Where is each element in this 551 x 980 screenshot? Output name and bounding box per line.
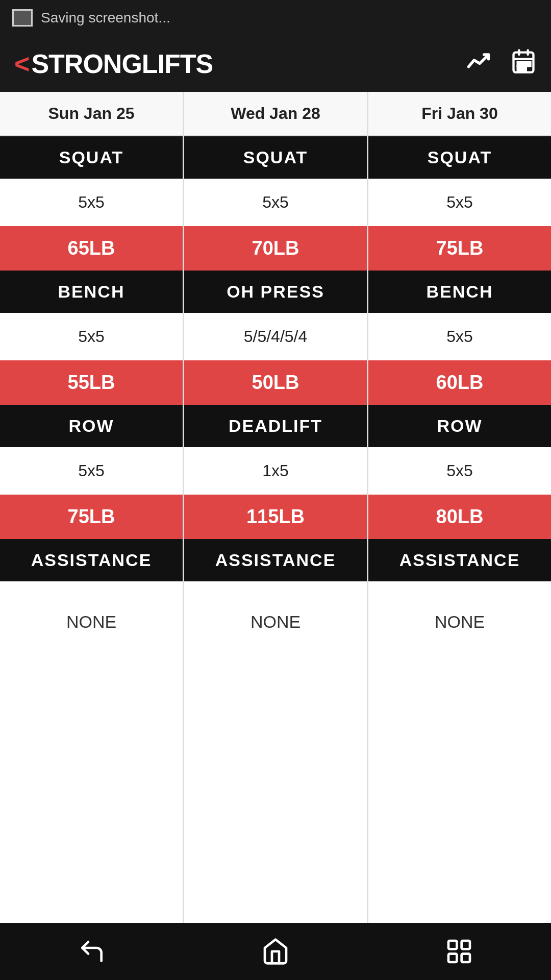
assistance-value-0: NONE	[0, 581, 183, 923]
app-title-text: STRONGLIFTS	[31, 48, 213, 79]
trend-icon[interactable]	[465, 48, 492, 80]
assistance-label-2[interactable]: ASSISTANCE	[368, 539, 551, 581]
home-button[interactable]	[255, 931, 296, 972]
exercise-name-1-2[interactable]: DEADLIFT	[184, 405, 367, 447]
exercise-sets-0-2: 5x5	[0, 447, 183, 495]
exercise-weight-2-2[interactable]: 80LB	[368, 495, 551, 539]
workout-col-2: SQUAT 5x5 75LB BENCH 5x5 60LB ROW 5x5 80…	[368, 136, 551, 923]
day-headers: Sun Jan 25 Wed Jan 28 Fri Jan 30	[0, 92, 551, 136]
exercise-name-2-2[interactable]: ROW	[368, 405, 551, 447]
exercise-name-0-0[interactable]: SQUAT	[0, 136, 183, 179]
exercise-sets-2-2: 5x5	[368, 447, 551, 495]
exercise-name-2-1[interactable]: BENCH	[368, 271, 551, 313]
exercise-weight-1-2[interactable]: 115LB	[184, 495, 367, 539]
exercise-weight-0-0[interactable]: 65LB	[0, 226, 183, 271]
exercise-weight-2-0[interactable]: 75LB	[368, 226, 551, 271]
workout-col-1: SQUAT 5x5 70LB OH PRESS 5/5/4/5/4 50LB D…	[184, 136, 368, 923]
assistance-value-1: NONE	[184, 581, 367, 923]
svg-rect-7	[518, 67, 521, 70]
screenshot-icon	[12, 9, 33, 27]
back-button[interactable]	[71, 931, 112, 972]
svg-rect-5	[522, 62, 526, 66]
exercise-sets-1-1: 5/5/4/5/4	[184, 313, 367, 360]
chevron-icon: <	[14, 48, 29, 79]
exercise-name-0-1[interactable]: BENCH	[0, 271, 183, 313]
svg-rect-6	[527, 62, 531, 66]
exercise-sets-1-0: 5x5	[184, 179, 367, 226]
exercise-weight-0-2[interactable]: 75LB	[0, 495, 183, 539]
exercise-weight-1-1[interactable]: 50LB	[184, 360, 367, 405]
workout-col-0: SQUAT 5x5 65LB BENCH 5x5 55LB ROW 5x5 75…	[0, 136, 184, 923]
workout-grid: SQUAT 5x5 65LB BENCH 5x5 55LB ROW 5x5 75…	[0, 136, 551, 923]
app-logo: < STRONGLIFTS	[14, 48, 213, 79]
recents-button[interactable]	[439, 931, 480, 972]
exercise-weight-0-1[interactable]: 55LB	[0, 360, 183, 405]
assistance-label-1[interactable]: ASSISTANCE	[184, 539, 367, 581]
day-header-1[interactable]: Wed Jan 28	[184, 92, 368, 135]
day-header-0[interactable]: Sun Jan 25	[0, 92, 184, 135]
svg-rect-12	[462, 954, 470, 962]
svg-rect-10	[462, 941, 470, 949]
svg-rect-4	[518, 62, 521, 66]
exercise-sets-0-1: 5x5	[0, 313, 183, 360]
exercise-sets-1-2: 1x5	[184, 447, 367, 495]
exercise-weight-2-1[interactable]: 60LB	[368, 360, 551, 405]
assistance-value-2: NONE	[368, 581, 551, 923]
exercise-name-1-0[interactable]: SQUAT	[184, 136, 367, 179]
svg-rect-8	[522, 67, 526, 70]
exercise-sets-2-1: 5x5	[368, 313, 551, 360]
calendar-icon[interactable]	[510, 48, 537, 80]
nav-icons	[465, 48, 537, 80]
exercise-sets-0-0: 5x5	[0, 179, 183, 226]
exercise-name-1-1[interactable]: OH PRESS	[184, 271, 367, 313]
svg-rect-11	[448, 954, 457, 962]
exercise-name-0-2[interactable]: ROW	[0, 405, 183, 447]
exercise-sets-2-0: 5x5	[368, 179, 551, 226]
status-bar: Saving screenshot...	[0, 0, 551, 36]
bottom-nav	[0, 923, 551, 980]
day-header-2[interactable]: Fri Jan 30	[368, 92, 551, 135]
exercise-name-2-0[interactable]: SQUAT	[368, 136, 551, 179]
top-nav: < STRONGLIFTS	[0, 36, 551, 92]
assistance-label-0[interactable]: ASSISTANCE	[0, 539, 183, 581]
status-text: Saving screenshot...	[41, 10, 170, 26]
svg-rect-9	[448, 941, 457, 949]
exercise-weight-1-0[interactable]: 70LB	[184, 226, 367, 271]
